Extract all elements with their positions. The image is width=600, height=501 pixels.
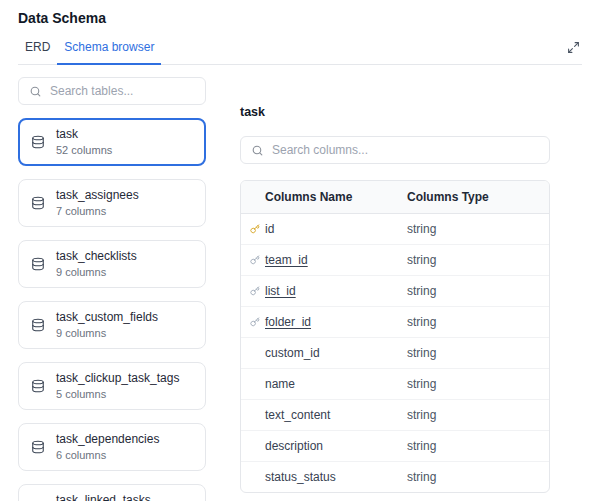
search-columns-input[interactable] (272, 143, 539, 157)
column-name: text_content (265, 408, 330, 422)
column-name-cell: name (241, 369, 395, 399)
column-row-list-id[interactable]: list_id string (241, 275, 549, 306)
page-title: Data Schema (18, 10, 582, 26)
table-name: task_checklists (56, 249, 137, 263)
maximize-icon (567, 41, 580, 54)
table-item-text: task_dependencies 6 columns (56, 432, 159, 462)
tab-schema-browser[interactable]: Schema browser (57, 35, 161, 65)
column-name: name (265, 377, 295, 391)
column-name: description (265, 439, 323, 453)
columns-table-header: Columns Name Columns Type (241, 181, 549, 214)
column-type: string (395, 276, 549, 306)
tab-bar: ERD Schema browser (18, 35, 582, 65)
column-row-description[interactable]: description string (241, 430, 549, 461)
column-name-link[interactable]: team_id (265, 253, 308, 267)
database-icon (31, 135, 45, 149)
column-name-cell: list_id (241, 276, 395, 306)
tab-erd[interactable]: ERD (18, 35, 57, 65)
header-columns-type: Columns Type (395, 181, 549, 213)
table-item-task-linked-tasks[interactable]: task_linked_tasks 5 columns (18, 484, 206, 501)
table-column-count: 52 columns (56, 144, 112, 157)
column-row-status-status[interactable]: status_status string (241, 461, 549, 492)
column-name-cell: status_status (241, 462, 395, 492)
column-row-folder-id[interactable]: folder_id string (241, 306, 549, 337)
database-icon (31, 257, 45, 271)
schema-browser-content: task 52 columns task_assignees 7 columns… (18, 77, 582, 501)
table-detail-panel: task Columns Name Columns Type id string (222, 77, 582, 501)
table-item-text: task_custom_fields 9 columns (56, 310, 158, 340)
table-column-count: 9 columns (56, 327, 158, 340)
column-row-id[interactable]: id string (241, 214, 549, 244)
column-name-cell: team_id (241, 245, 395, 275)
column-name-link[interactable]: folder_id (265, 315, 311, 329)
column-name-cell: description (241, 431, 395, 461)
table-item-text: task_clickup_task_tags 5 columns (56, 371, 179, 401)
column-row-team-id[interactable]: team_id string (241, 244, 549, 275)
column-name: status_status (265, 470, 336, 484)
column-type: string (395, 245, 549, 275)
table-item-task[interactable]: task 52 columns (18, 118, 206, 166)
table-item-task-checklists[interactable]: task_checklists 9 columns (18, 240, 206, 288)
primary-key-icon (250, 224, 260, 234)
table-item-task-clickup-task-tags[interactable]: task_clickup_task_tags 5 columns (18, 362, 206, 410)
column-type: string (395, 462, 549, 492)
search-icon (251, 144, 264, 157)
search-columns-box (240, 136, 550, 164)
column-name-cell: id (241, 214, 395, 244)
column-type: string (395, 431, 549, 461)
table-item-text: task_linked_tasks 5 columns (56, 493, 151, 501)
columns-table: Columns Name Columns Type id string team… (240, 180, 550, 493)
table-name: task_dependencies (56, 432, 159, 446)
table-column-count: 5 columns (56, 388, 179, 401)
search-tables-input[interactable] (50, 84, 195, 98)
table-name: task_clickup_task_tags (56, 371, 179, 385)
column-row-text-content[interactable]: text_content string (241, 399, 549, 430)
database-icon (31, 440, 45, 454)
column-name-cell: custom_id (241, 338, 395, 368)
table-item-task-assignees[interactable]: task_assignees 7 columns (18, 179, 206, 227)
column-type: string (395, 369, 549, 399)
column-name: id (265, 222, 274, 236)
table-name: task (56, 127, 112, 141)
column-row-name[interactable]: name string (241, 368, 549, 399)
table-item-task-custom-fields[interactable]: task_custom_fields 9 columns (18, 301, 206, 349)
table-item-text: task 52 columns (56, 127, 112, 157)
column-type: string (395, 214, 549, 244)
table-column-count: 6 columns (56, 449, 159, 462)
database-icon (31, 379, 45, 393)
foreign-key-icon (250, 286, 260, 296)
database-icon (31, 196, 45, 210)
column-name: custom_id (265, 346, 320, 360)
column-row-custom-id[interactable]: custom_id string (241, 337, 549, 368)
column-name-cell: folder_id (241, 307, 395, 337)
table-item-task-dependencies[interactable]: task_dependencies 6 columns (18, 423, 206, 471)
database-icon (31, 318, 45, 332)
table-column-count: 7 columns (56, 205, 139, 218)
search-icon (29, 85, 42, 98)
column-name-link[interactable]: list_id (265, 284, 296, 298)
table-column-count: 9 columns (56, 266, 137, 279)
table-item-text: task_checklists 9 columns (56, 249, 137, 279)
fullscreen-button[interactable] (563, 37, 582, 64)
selected-table-title: task (240, 105, 550, 119)
tables-sidebar: task 52 columns task_assignees 7 columns… (18, 77, 206, 501)
column-type: string (395, 400, 549, 430)
column-type: string (395, 338, 549, 368)
table-name: task_custom_fields (56, 310, 158, 324)
foreign-key-icon (250, 255, 260, 265)
data-schema-panel: Data Schema ERD Schema browser task 52 c… (0, 0, 600, 501)
search-tables-box (18, 77, 206, 105)
table-name: task_linked_tasks (56, 493, 151, 501)
column-name-cell: text_content (241, 400, 395, 430)
header-columns-name: Columns Name (241, 181, 395, 213)
table-item-text: task_assignees 7 columns (56, 188, 139, 218)
table-name: task_assignees (56, 188, 139, 202)
foreign-key-icon (250, 317, 260, 327)
column-type: string (395, 307, 549, 337)
